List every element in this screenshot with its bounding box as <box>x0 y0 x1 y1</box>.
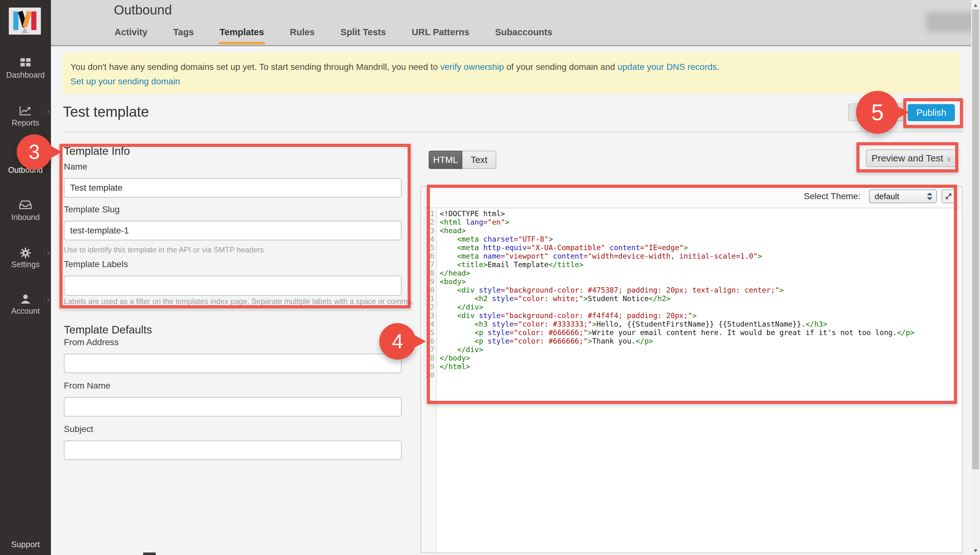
from-name-label: From Name <box>64 381 110 391</box>
template-labels-label: Template Labels <box>64 259 128 269</box>
tab-rules[interactable]: Rules <box>289 26 315 44</box>
code-line[interactable]: <h3 style="color: #333333;">Hello, {{Stu… <box>440 320 827 329</box>
scrollbar[interactable]: ▲ ▼ <box>971 0 980 555</box>
reports-icon <box>0 104 51 118</box>
page-title: Test template <box>63 103 149 120</box>
code-line[interactable]: </div> <box>440 303 483 311</box>
publish-button[interactable]: Publish <box>908 104 955 121</box>
tab-text[interactable]: Text <box>462 151 496 169</box>
page-section-title: Outbound <box>114 3 172 18</box>
sidebar-item-label: Inbound <box>0 213 51 222</box>
code-line[interactable]: <html lang="en"> <box>440 218 509 226</box>
template-slug-label: Template Slug <box>64 205 120 215</box>
annotation-balloon-5: 5 <box>856 91 899 134</box>
template-labels-input[interactable] <box>64 276 402 296</box>
line-number: 20 <box>421 371 434 379</box>
template-slug-help: Use to identify this template in the API… <box>64 245 264 254</box>
subject-input[interactable] <box>64 441 402 460</box>
code-line[interactable]: <div style="background-color: #475387; p… <box>440 286 784 295</box>
template-labels-help: Labels are used as a filter on the templ… <box>64 297 414 306</box>
account-icon <box>0 293 51 306</box>
scroll-up-arrow-icon[interactable]: ▲ <box>972 2 979 8</box>
sidebar-item-inbound[interactable]: Inbound <box>0 199 51 222</box>
update-dns-records-link[interactable]: update your DNS records <box>617 62 717 72</box>
sidebar-item-label: Settings <box>0 260 51 269</box>
template-slug-input[interactable] <box>64 221 402 241</box>
code-line[interactable]: </html> <box>440 363 470 371</box>
code-line[interactable]: <div style="background-color: #f4f4f4; p… <box>440 311 697 320</box>
chevron-down-icon: ∨ <box>946 155 951 163</box>
sidebar-item-dashboard[interactable]: Dashboard <box>0 57 51 80</box>
tab-html[interactable]: HTML <box>429 151 462 169</box>
code-line[interactable]: <body> <box>440 278 466 286</box>
line-number: 2 <box>421 218 434 226</box>
code-line[interactable]: <p style="color: #666666;">Write your em… <box>440 329 914 337</box>
sidebar-item-support[interactable]: Support <box>0 540 51 549</box>
from-address-input[interactable] <box>64 354 402 373</box>
sidebar-item-settings[interactable]: Settings› <box>0 246 51 269</box>
from-address-label: From Address <box>64 337 118 347</box>
from-name-input[interactable] <box>64 397 402 417</box>
code-line[interactable]: </head> <box>440 269 470 278</box>
name-label: Name <box>64 162 87 172</box>
expand-icon <box>945 192 953 201</box>
divider <box>63 132 962 132</box>
tab-url-patterns[interactable]: URL Patterns <box>411 26 470 44</box>
tab-split-tests[interactable]: Split Tests <box>340 26 387 44</box>
chevron-right-icon: › <box>44 248 50 257</box>
line-number: 12 <box>421 303 434 311</box>
line-number: 3 <box>421 226 434 235</box>
code-line[interactable]: <meta name="viewport" content="width=dev… <box>440 252 762 260</box>
line-number: 8 <box>421 269 434 278</box>
chevron-right-icon: › <box>44 295 50 304</box>
line-number: 11 <box>421 295 434 303</box>
banner-text: . <box>717 62 719 72</box>
mandrill-logo[interactable] <box>9 8 41 35</box>
subject-label: Subject <box>64 424 93 434</box>
line-number: 1 <box>421 210 434 218</box>
line-number: 9 <box>421 278 434 286</box>
annotation-balloon-3: 3 <box>17 134 52 170</box>
line-number: 19 <box>421 363 434 371</box>
tab-tags[interactable]: Tags <box>173 26 195 44</box>
sidebar-item-label: Reports <box>0 118 51 127</box>
stepper-arrows-icon <box>926 192 933 201</box>
banner-text: of your sending domain and <box>504 62 617 72</box>
code-line[interactable]: </body> <box>440 354 470 363</box>
preview-and-test-button[interactable]: Preview and Test∨ <box>866 149 957 167</box>
code-line[interactable]: </div> <box>440 345 483 354</box>
sending-domain-warning-banner: You don't have any sending domains set u… <box>63 53 959 94</box>
line-number: 14 <box>421 320 434 329</box>
tab-activity[interactable]: Activity <box>114 26 148 44</box>
template-defaults-heading: Template Defaults <box>64 324 152 336</box>
sidebar-item-reports[interactable]: Reports› <box>0 104 51 127</box>
code-line[interactable]: <!DOCTYPE html> <box>440 210 505 218</box>
banner-text: You don't have any sending domains set u… <box>70 62 440 72</box>
verify-ownership-link[interactable]: verify ownership <box>440 62 504 72</box>
expand-editor-button[interactable] <box>942 189 956 203</box>
tab-templates[interactable]: Templates <box>219 26 264 44</box>
sidebar-item-account[interactable]: Account› <box>0 293 51 316</box>
sidebar-item-label: Account <box>0 306 51 316</box>
setup-sending-domain-link[interactable]: Set up your sending domain <box>70 77 180 86</box>
sidebar-item-label: Dashboard <box>0 71 51 80</box>
line-number: 6 <box>421 252 434 260</box>
scrollbar-thumb[interactable] <box>972 10 979 469</box>
scroll-down-arrow-icon[interactable]: ▼ <box>972 547 979 554</box>
code-line[interactable]: <meta charset="UTF-8"> <box>440 235 553 244</box>
dashboard-icon <box>0 57 51 71</box>
inbound-icon <box>0 199 51 213</box>
settings-icon <box>0 246 51 260</box>
code-line[interactable]: <h2 style="color: white;">Student Notice… <box>440 295 671 303</box>
code-line[interactable]: <title>Email Template</title> <box>440 260 583 269</box>
code-line[interactable]: <meta http-equiv="X-UA-Compatible" conte… <box>440 244 688 252</box>
theme-select[interactable]: default <box>869 189 937 203</box>
code-line[interactable]: <head> <box>440 226 466 235</box>
tab-subaccounts[interactable]: Subaccounts <box>495 26 553 44</box>
name-input[interactable] <box>64 178 402 197</box>
select-theme-label: Select Theme: <box>804 191 860 201</box>
line-number: 13 <box>421 311 434 320</box>
line-number: 18 <box>421 354 434 363</box>
code-line[interactable]: <p style="color: #666666;">Thank you.</p… <box>440 337 653 345</box>
banner-message: You don't have any sending domains set u… <box>70 62 719 72</box>
